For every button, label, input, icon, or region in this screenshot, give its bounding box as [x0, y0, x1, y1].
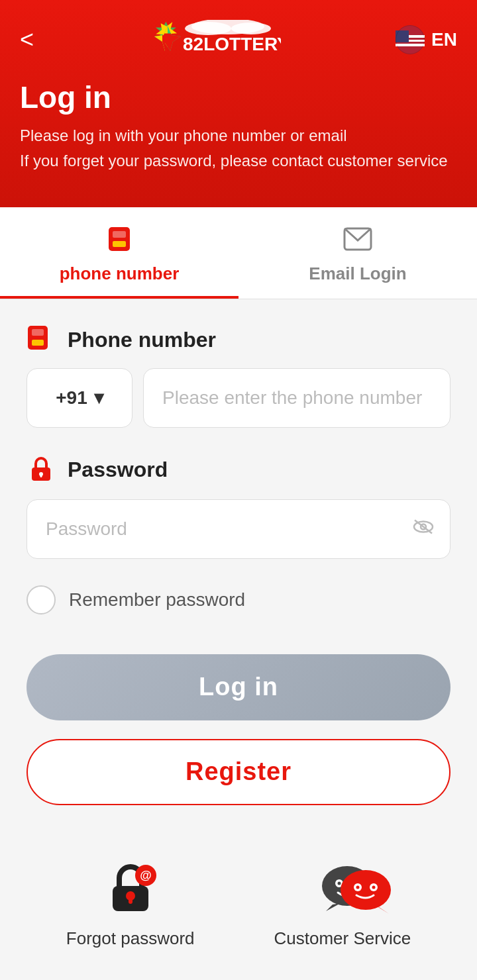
sim-tab-icon [106, 227, 132, 251]
tab-email-label: Email Login [309, 264, 406, 284]
svg-text:@: @ [140, 869, 152, 882]
remember-password-row: Remember password [26, 585, 450, 614]
country-code-selector[interactable]: +91 ▾ [26, 368, 132, 428]
customer-service-label: Customer Service [274, 928, 411, 949]
register-button[interactable]: Register [26, 739, 450, 805]
forgot-password-icon: @ [101, 858, 160, 918]
svg-rect-21 [32, 329, 44, 336]
password-field-icon [26, 454, 56, 486]
form-area: Phone number +91 ▾ Password [0, 299, 477, 648]
phone-tab-icon [106, 227, 132, 257]
logo-area: 82LOTTERY [148, 20, 281, 60]
phone-sim-icon [26, 326, 56, 352]
password-section: Password [26, 454, 450, 559]
svg-point-37 [337, 881, 341, 885]
buttons-area: Log in Register [0, 648, 477, 838]
header-subtitle: Please log in with your phone number or … [20, 123, 457, 174]
svg-rect-13 [396, 44, 425, 46]
language-selector[interactable]: EN [396, 25, 457, 54]
svg-rect-14 [396, 30, 409, 42]
header: < 82LOTTERY [0, 0, 477, 207]
svg-point-45 [372, 885, 375, 889]
logo-icon: 82LOTTERY [148, 20, 281, 60]
remember-password-label: Remember password [69, 589, 245, 611]
login-tabs: phone number Email Login [0, 207, 477, 299]
customer-service-item[interactable]: Customer Service [274, 858, 411, 949]
page-title: Log in [20, 79, 457, 115]
phone-field-label: Phone number [68, 328, 216, 352]
envelope-icon [343, 227, 372, 251]
customer-service-icon-wrap [313, 858, 372, 918]
phone-section: Phone number +91 ▾ [26, 326, 450, 428]
tab-phone-label: phone number [60, 264, 180, 284]
svg-point-43 [356, 885, 359, 889]
svg-rect-18 [113, 241, 126, 247]
login-button[interactable]: Log in [26, 654, 450, 720]
password-input[interactable] [26, 499, 450, 559]
svg-point-2 [231, 23, 271, 34]
lock-icon [26, 454, 56, 483]
country-code-value: +91 [56, 387, 87, 409]
language-label: EN [431, 29, 457, 50]
tab-email[interactable]: Email Login [238, 207, 477, 299]
eye-slash-icon [412, 517, 435, 536]
svg-rect-32 [129, 896, 132, 904]
password-field-label: Password [68, 458, 168, 482]
email-tab-icon [343, 227, 372, 257]
flag-icon [396, 25, 425, 54]
toggle-password-visibility[interactable] [412, 517, 435, 540]
svg-rect-22 [32, 340, 44, 346]
svg-rect-16 [109, 227, 130, 251]
customer-service-icon [313, 858, 392, 918]
forgot-password-label: Forgot password [66, 928, 195, 949]
phone-number-input[interactable] [143, 368, 450, 428]
dropdown-arrow: ▾ [94, 387, 103, 409]
svg-rect-25 [40, 474, 42, 477]
svg-point-1 [185, 22, 231, 35]
forgot-password-icon-wrap: @ [101, 858, 160, 918]
svg-rect-17 [113, 231, 126, 238]
svg-text:82LOTTERY: 82LOTTERY [183, 34, 281, 54]
back-button[interactable]: < [20, 28, 34, 52]
phone-field-icon [26, 326, 56, 355]
svg-point-40 [341, 870, 391, 910]
tab-phone[interactable]: phone number [0, 207, 238, 299]
bottom-actions: @ Forgot password [0, 838, 477, 980]
remember-password-checkbox[interactable] [26, 585, 56, 614]
forgot-password-item[interactable]: @ Forgot password [66, 858, 195, 949]
